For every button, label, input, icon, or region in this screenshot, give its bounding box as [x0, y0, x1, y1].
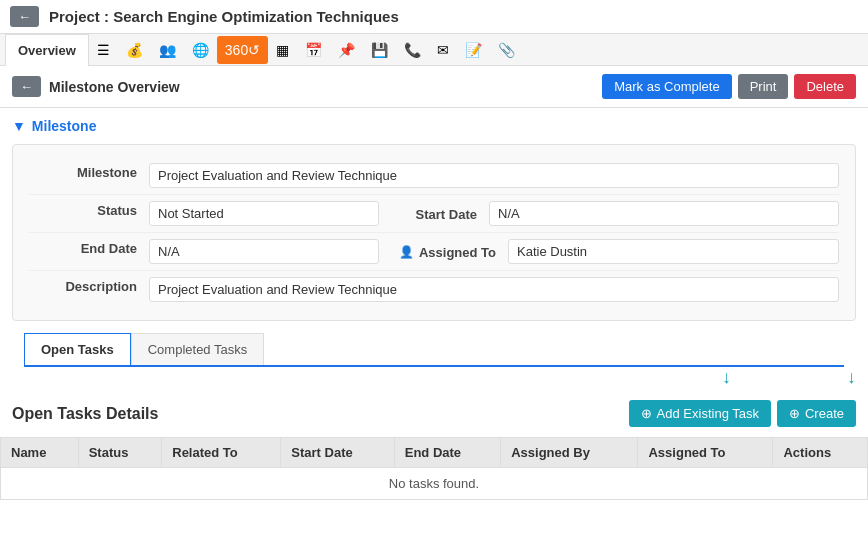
col-name: Name	[1, 438, 79, 468]
sub-header-back-button[interactable]: ←	[12, 76, 41, 97]
delete-button[interactable]: Delete	[794, 74, 856, 99]
tab-pin-icon[interactable]: 📌	[330, 36, 363, 64]
open-tasks-actions: ⊕ Add Existing Task ⊕ Create	[629, 400, 856, 427]
tasks-table-header: Name Status Related To Start Date End Da…	[1, 438, 868, 468]
description-value: Project Evaluation and Review Technique	[149, 277, 839, 302]
tab-attachment-icon[interactable]: 📎	[490, 36, 523, 64]
end-date-value: N/A	[149, 239, 379, 264]
no-tasks-message: No tasks found.	[1, 468, 868, 500]
assigned-to-value: Katie Dustin	[508, 239, 839, 264]
col-status: Status	[78, 438, 162, 468]
tab-email-icon[interactable]: ✉	[429, 36, 457, 64]
milestone-field-row: Milestone Project Evaluation and Review …	[29, 157, 839, 195]
col-end-date: End Date	[394, 438, 500, 468]
tab-open-tasks[interactable]: Open Tasks	[24, 333, 131, 365]
tasks-table-body: No tasks found.	[1, 468, 868, 500]
tab-overview[interactable]: Overview	[5, 34, 89, 66]
create-task-button[interactable]: ⊕ Create	[777, 400, 856, 427]
tab-360-icon[interactable]: 360↺	[217, 36, 268, 64]
main-tab-nav: Overview ☰ 💰 👥 🌐 360↺ ▦ 📅 📌 💾 📞 ✉ 📝 📎	[0, 34, 868, 66]
col-assigned-to: Assigned To	[638, 438, 773, 468]
description-field-row: Description Project Evaluation and Revie…	[29, 271, 839, 308]
sub-header: ← Milestone Overview Mark as Complete Pr…	[0, 66, 868, 108]
status-label: Status	[29, 201, 149, 218]
enddate-assignedto-row: End Date N/A 👤 Assigned To Katie Dustin	[29, 233, 839, 271]
start-date-value: N/A	[489, 201, 839, 226]
chevron-down-icon: ▼	[12, 118, 26, 134]
milestone-section-header: ▼ Milestone	[0, 108, 868, 144]
sub-header-left: ← Milestone Overview	[12, 76, 180, 97]
sub-header-actions: Mark as Complete Print Delete	[602, 74, 856, 99]
col-actions: Actions	[773, 438, 868, 468]
project-title: Project : Search Engine Optimization Tec…	[49, 8, 399, 25]
title-bar: ← Project : Search Engine Optimization T…	[0, 0, 868, 34]
task-tabs-container: Open Tasks Completed Tasks	[12, 333, 856, 367]
col-related-to: Related To	[162, 438, 281, 468]
assigned-to-label: Assigned To	[418, 243, 508, 260]
description-label: Description	[29, 277, 149, 294]
title-back-button[interactable]: ←	[10, 6, 39, 27]
tasks-table: Name Status Related To Start Date End Da…	[0, 437, 868, 500]
assigned-to-icon: 👤	[399, 245, 414, 259]
col-assigned-by: Assigned By	[501, 438, 638, 468]
tab-notes-icon[interactable]: 📝	[457, 36, 490, 64]
milestone-heading: Milestone	[32, 118, 97, 134]
tasks-table-header-row: Name Status Related To Start Date End Da…	[1, 438, 868, 468]
tab-money-icon[interactable]: 💰	[118, 36, 151, 64]
open-tasks-title: Open Tasks Details	[12, 405, 158, 423]
task-tabs: Open Tasks Completed Tasks	[24, 333, 844, 367]
milestone-label: Milestone	[29, 163, 149, 180]
tab-completed-tasks[interactable]: Completed Tasks	[131, 333, 264, 365]
mark-complete-button[interactable]: Mark as Complete	[602, 74, 731, 99]
end-date-label: End Date	[29, 239, 149, 256]
tab-calendar-icon[interactable]: 📅	[297, 36, 330, 64]
start-date-label: Start Date	[399, 205, 489, 222]
col-start-date: Start Date	[281, 438, 394, 468]
add-existing-task-button[interactable]: ⊕ Add Existing Task	[629, 400, 771, 427]
tab-people-icon[interactable]: 👥	[151, 36, 184, 64]
status-value: Not Started	[149, 201, 379, 226]
no-tasks-row: No tasks found.	[1, 468, 868, 500]
arrow-indicators: ↓ ↓	[0, 367, 868, 388]
milestone-value: Project Evaluation and Review Technique	[149, 163, 839, 188]
create-arrow-icon: ↓	[847, 367, 856, 388]
tab-phone-icon[interactable]: 📞	[396, 36, 429, 64]
tab-globe-icon[interactable]: 🌐	[184, 36, 217, 64]
create-plus-icon: ⊕	[789, 406, 800, 421]
tab-list-icon[interactable]: ☰	[89, 36, 118, 64]
add-existing-arrow-icon: ↓	[722, 367, 731, 388]
open-tasks-header: Open Tasks Details ⊕ Add Existing Task ⊕…	[0, 390, 868, 437]
tab-table-icon[interactable]: ▦	[268, 36, 297, 64]
plus-circle-icon: ⊕	[641, 406, 652, 421]
print-button[interactable]: Print	[738, 74, 789, 99]
milestone-overview-title: Milestone Overview	[49, 79, 180, 95]
milestone-card: Milestone Project Evaluation and Review …	[12, 144, 856, 321]
tab-save-icon[interactable]: 💾	[363, 36, 396, 64]
status-startdate-row: Status Not Started Start Date N/A	[29, 195, 839, 233]
